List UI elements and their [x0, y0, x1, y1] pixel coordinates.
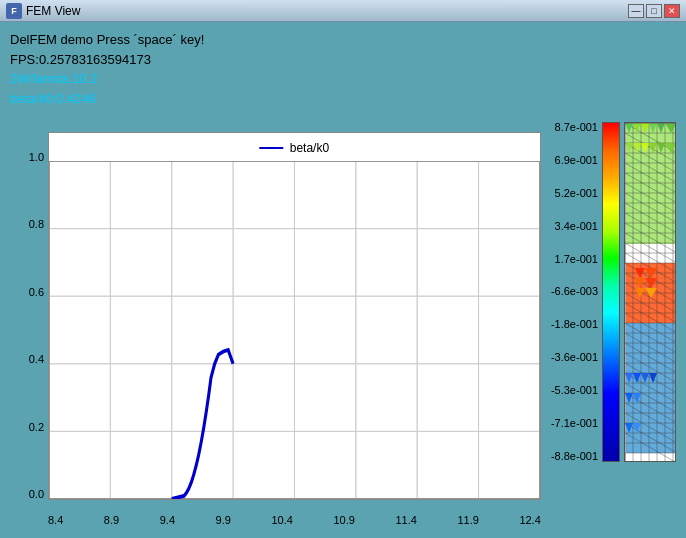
cb-label-9: -7.1e-001	[551, 418, 598, 429]
x-label-5: 10.9	[333, 514, 354, 526]
main-visualization: 1.0 0.8 0.6 0.4 0.2 0.0 beta/k0	[10, 112, 676, 530]
cb-label-0: 8.7e-001	[555, 122, 598, 133]
x-label-4: 10.4	[271, 514, 292, 526]
cb-label-8: -5.3e-001	[551, 385, 598, 396]
x-label-6: 11.4	[395, 514, 416, 526]
close-button[interactable]: ✕	[664, 4, 680, 18]
mesh-panel	[624, 122, 676, 462]
cb-label-10: -8.8e-001	[551, 451, 598, 462]
colorbar-mesh-area: 8.7e-001 6.9e-001 5.2e-001 3.4e-001 1.7e…	[551, 122, 676, 462]
chart-curve-svg	[49, 161, 540, 499]
maximize-button[interactable]: □	[646, 4, 662, 18]
cb-label-7: -3.6e-001	[551, 352, 598, 363]
right-panel: 8.7e-001 6.9e-001 5.2e-001 3.4e-001 1.7e…	[551, 122, 676, 530]
colorbar-labels: 8.7e-001 6.9e-001 5.2e-001 3.4e-001 1.7e…	[551, 122, 598, 462]
cb-label-3: 3.4e-001	[555, 221, 598, 232]
colorbar	[602, 122, 620, 462]
x-label-0: 8.4	[48, 514, 63, 526]
y-label-1: 0.8	[29, 219, 44, 230]
y-label-3: 0.4	[29, 354, 44, 365]
cb-label-2: 5.2e-001	[555, 188, 598, 199]
x-label-7: 11.9	[457, 514, 478, 526]
info-line-1: DelFEM demo Press ´space´ key!	[10, 30, 676, 50]
beta-display: beta/k0:0.4246	[10, 89, 676, 109]
cb-label-1: 6.9e-001	[555, 155, 598, 166]
x-label-1: 8.9	[104, 514, 119, 526]
fps-display: FPS:0.25783163594173	[10, 50, 676, 70]
minimize-button[interactable]: —	[628, 4, 644, 18]
titlebar: F FEM View — □ ✕	[0, 0, 686, 22]
cb-label-6: -1.8e-001	[551, 319, 598, 330]
app-icon: F	[6, 3, 22, 19]
info-panel: DelFEM demo Press ´space´ key! FPS:0.257…	[10, 30, 676, 108]
chart-legend: beta/k0	[260, 141, 329, 155]
x-label-2: 9.4	[160, 514, 175, 526]
x-label-8: 12.4	[519, 514, 540, 526]
main-window: F FEM View — □ ✕ DelFEM demo Press ´spac…	[0, 0, 686, 538]
y-label-2: 0.6	[29, 287, 44, 298]
content-area: DelFEM demo Press ´space´ key! FPS:0.257…	[0, 22, 686, 538]
chart-title-text: beta/k0	[290, 141, 329, 155]
svg-rect-36	[626, 124, 676, 244]
cb-label-5: -6.6e-003	[551, 286, 598, 297]
x-label-3: 9.9	[216, 514, 231, 526]
window-controls: — □ ✕	[628, 4, 680, 18]
window-title: FEM View	[26, 4, 628, 18]
mesh-svg	[625, 123, 676, 462]
wavelength-display: 2W/lamda:10.2	[10, 69, 676, 89]
cb-label-4: 1.7e-001	[555, 254, 598, 265]
y-label-5: 0.0	[29, 489, 44, 500]
legend-line-icon	[260, 147, 284, 149]
y-label-0: 1.0	[29, 152, 44, 163]
chart-plot: beta/k0	[48, 132, 541, 500]
y-label-4: 0.2	[29, 422, 44, 433]
y-axis: 1.0 0.8 0.6 0.4 0.2 0.0	[10, 152, 48, 500]
x-axis: 8.4 8.9 9.4 9.9 10.4 10.9 11.4 11.9 12.4	[48, 514, 541, 526]
chart-area: 1.0 0.8 0.6 0.4 0.2 0.0 beta/k0	[10, 122, 541, 530]
